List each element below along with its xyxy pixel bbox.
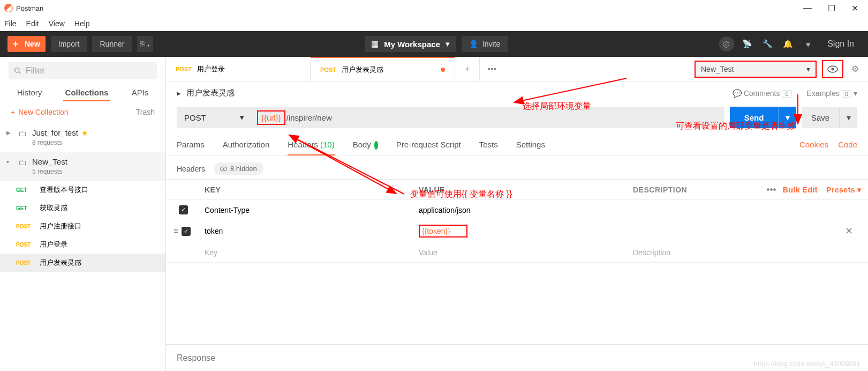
request-tab[interactable]: POST 用户登录 [166,57,311,81]
quick-look-button[interactable] [822,60,843,78]
table-row[interactable]: ✓ Content-Type application/json [166,200,868,220]
runner-button[interactable]: Runner [92,36,132,52]
subtab-tests[interactable]: Tests [479,137,498,155]
table-row[interactable]: Key Value Description [166,242,868,263]
request-item[interactable]: POST用户发表灵感 [0,254,165,272]
eye-icon [220,166,227,172]
url-variable: {{url}} [257,110,285,125]
chevron-right-icon[interactable]: ▶ [6,128,13,136]
chevron-down-icon: ▾ [446,39,450,49]
tab-more-button[interactable]: ••• [480,57,504,81]
headers-label: Headers [177,165,205,173]
maximize-icon[interactable]: ☐ [828,3,835,13]
folder-icon: 🗀 [18,157,27,167]
request-item[interactable]: GET获取灵感 [0,199,165,217]
plus-icon: + [11,108,15,116]
dot-icon [374,141,378,150]
chevron-down-icon: ▾ [806,65,810,73]
menu-view[interactable]: View [49,19,65,28]
svg-point-3 [832,68,834,70]
tab-apis[interactable]: APIs [130,85,151,101]
window-titlebar: Postman — ☐ ✕ [0,0,868,16]
svg-line-1 [19,72,21,74]
environment-dropdown[interactable]: New_Test ▾ [695,61,817,78]
plus-icon: + [7,39,24,50]
presets-dropdown[interactable]: Presets ▾ [826,186,862,194]
request-item[interactable]: POST用户注册接口 [0,217,165,235]
collection-item[interactable]: ▾ 🗀 New_Test 5 requests [0,152,165,181]
subtab-prerequest[interactable]: Pre-request Script [396,137,461,155]
trash-link[interactable]: Trash [136,108,155,116]
menu-file[interactable]: File [4,19,17,28]
sync-off-icon[interactable]: ⛒ [719,36,734,51]
hidden-headers-toggle[interactable]: 8 hidden [214,162,263,175]
svg-point-0 [15,68,19,72]
send-button[interactable]: Send [730,107,778,128]
request-item[interactable]: GET查看版本号接口 [0,181,165,199]
method-dropdown[interactable]: POST ▾ [177,107,252,128]
minimize-icon[interactable]: — [803,3,812,13]
subtab-authorization[interactable]: Authorization [223,137,270,155]
examples-dropdown[interactable]: Examples0 ▾ [807,89,857,98]
collection-item[interactable]: ▶ 🗀 Just_for_test★ 8 requests [0,123,165,152]
cookies-link[interactable]: Cookies [799,137,828,155]
headers-table: KEY VALUE DESCRIPTION ••• Bulk Edit Pres… [166,179,868,263]
menu-bar: File Edit View Help [0,16,868,31]
heart-icon[interactable]: ♥ [801,36,816,51]
subtab-settings[interactable]: Settings [516,137,545,155]
main-toolbar: + New Import Runner ⎘ ▾ ▦ My Workspace ▾… [0,31,868,57]
workspace-dropdown[interactable]: ▦ My Workspace ▾ [365,36,456,52]
tab-collections[interactable]: Collections [63,85,111,101]
chevron-down-icon[interactable]: ▾ [6,157,13,165]
subtab-params[interactable]: Params [177,137,205,155]
table-row[interactable]: ≡✓ token {{token}} ✕ [166,220,868,242]
new-button[interactable]: + New [7,36,46,52]
chevron-right-icon: ▸ [177,88,181,98]
eye-icon [827,65,838,73]
menu-edit[interactable]: Edit [26,19,39,28]
gear-icon[interactable]: ⚙ [849,64,862,74]
delete-row-icon[interactable]: ✕ [845,225,862,237]
bulk-edit-link[interactable]: Bulk Edit [783,186,818,194]
add-tab-button[interactable]: + [455,57,480,81]
settings-wrench-icon[interactable]: 🔧 [760,36,775,51]
menu-help[interactable]: Help [74,19,90,28]
import-button[interactable]: Import [51,36,87,52]
code-link[interactable]: Code [838,137,857,155]
subtab-headers[interactable]: Headers(10) [288,137,334,155]
filter-input[interactable]: Filter [9,62,157,79]
open-new-icon[interactable]: ⎘ ▾ [137,36,153,52]
drag-handle-icon[interactable]: ≡ [173,226,178,236]
request-tabs: POST 用户登录 POST 用户发表灵感 + ••• New_Test ▾ ⚙ [166,57,868,81]
sidebar: Filter History Collections APIs + New Co… [0,57,166,371]
save-dropdown[interactable]: ▾ [839,107,857,128]
content-area: POST 用户登录 POST 用户发表灵感 + ••• New_Test ▾ ⚙ [166,57,868,371]
save-button[interactable]: Save [802,107,839,128]
search-icon [14,67,21,75]
url-input[interactable]: {{url}}/inspirer/new [252,107,724,128]
tab-history[interactable]: History [15,85,44,101]
chevron-down-icon: ▾ [240,113,244,122]
sign-in-button[interactable]: Sign In [821,39,861,49]
grid-icon: ▦ [371,39,379,49]
folder-icon: 🗀 [18,128,27,138]
unsaved-dot-icon [441,68,445,72]
breadcrumb[interactable]: ▸ 用户发表灵感 [177,88,235,98]
checkbox-icon[interactable]: ✓ [179,205,188,214]
app-title: Postman [16,4,43,12]
new-collection-button[interactable]: + New Collection [11,108,69,116]
checkbox-icon[interactable]: ✓ [182,227,191,236]
send-dropdown[interactable]: ▾ [778,107,796,128]
col-value-header: VALUE [412,181,627,198]
close-icon[interactable]: ✕ [851,3,858,13]
star-icon: ★ [81,129,88,137]
invite-button[interactable]: 👤 Invite [462,36,508,52]
more-icon[interactable]: ••• [767,185,776,195]
satellite-icon[interactable]: 📡 [739,36,754,51]
subtab-body[interactable]: Body [353,137,378,155]
token-variable: {{token}} [419,225,467,238]
comments-button[interactable]: 💬 Comments0 [733,89,792,98]
request-tab[interactable]: POST 用户发表灵感 [311,57,455,81]
bell-icon[interactable]: 🔔 [780,36,795,51]
request-item[interactable]: POST用户登录 [0,235,165,254]
